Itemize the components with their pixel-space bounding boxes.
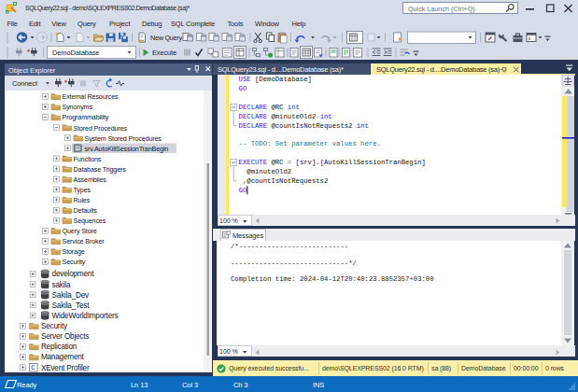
svg-text:Synonyms: Synonyms xyxy=(63,103,93,111)
svg-text:Types: Types xyxy=(74,186,92,194)
svg-text:Server Objects: Server Objects xyxy=(41,332,89,341)
svg-text:Assemblies: Assemblies xyxy=(74,175,107,184)
svg-text:Security: Security xyxy=(41,322,68,330)
svg-text:Programmability: Programmability xyxy=(63,113,109,121)
svg-text:Management: Management xyxy=(41,353,85,361)
svg-text:Functions: Functions xyxy=(74,155,102,163)
svg-text:Database Triggers: Database Triggers xyxy=(74,165,127,174)
svg-text:Stored Procedures: Stored Procedures xyxy=(74,124,128,133)
svg-text:DemoDatabase: DemoDatabase xyxy=(52,49,99,57)
svg-text:Sequences: Sequences xyxy=(74,217,106,225)
svg-text:Execute: Execute xyxy=(152,49,176,57)
svg-text:Sakila_Test: Sakila_Test xyxy=(52,301,91,310)
svg-text:sakila: sakila xyxy=(52,281,71,289)
svg-text:Sakila_Dev: Sakila_Dev xyxy=(52,291,91,300)
svg-text:New Query: New Query xyxy=(150,34,182,42)
svg-text:Security: Security xyxy=(63,258,86,266)
svg-text:development: development xyxy=(52,270,95,278)
svg-text:System Stored Procedures: System Stored Procedures xyxy=(85,134,162,143)
svg-text:WideWorldImporters: WideWorldImporters xyxy=(52,312,119,320)
svg-text:Connect: Connect xyxy=(12,79,38,88)
svg-text:XEvent Profiler: XEvent Profiler xyxy=(41,364,90,372)
svg-text:Rules: Rules xyxy=(74,196,91,204)
svg-text:Replication: Replication xyxy=(41,343,78,351)
svg-text:Defaults: Defaults xyxy=(74,206,98,215)
svg-text:Service Broker: Service Broker xyxy=(63,237,106,245)
svg-text:Storage: Storage xyxy=(63,247,85,256)
svg-text:srv.AutoKillSessionTranBegin: srv.AutoKillSessionTranBegin xyxy=(85,145,169,153)
svg-text:Query Store: Query Store xyxy=(63,227,97,235)
svg-text:External Resources: External Resources xyxy=(63,92,120,101)
